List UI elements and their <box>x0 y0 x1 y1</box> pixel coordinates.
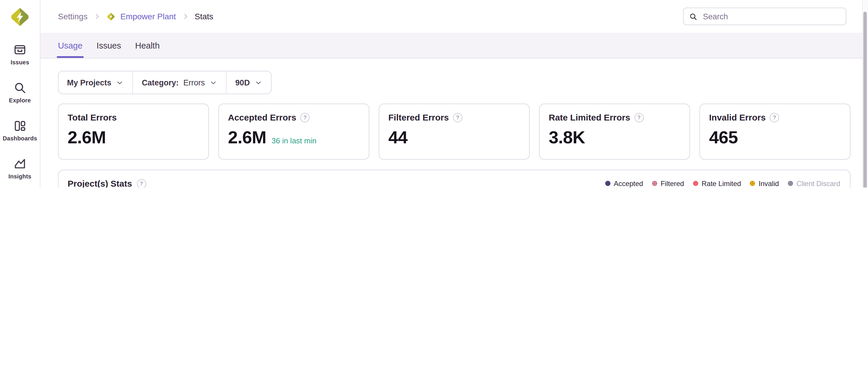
main-area: Settings Empower Plant Stats Usage <box>40 0 868 187</box>
legend-dot <box>750 181 755 186</box>
tab-usage[interactable]: Usage <box>58 33 83 58</box>
help-circle-icon[interactable]: ? <box>300 113 310 122</box>
help-circle-icon[interactable]: ? <box>453 113 462 122</box>
card-value: 44 <box>389 128 408 148</box>
card-value: 465 <box>709 128 738 148</box>
app-root: Issues Explore Dashboards Insights <box>0 0 868 187</box>
sidebar-item-explore[interactable]: Explore <box>9 81 31 103</box>
chart-header: Project(s) Stats ? AcceptedFilteredRate … <box>68 179 840 187</box>
stat-card-total-errors: Total Errors 2.6M <box>58 103 209 160</box>
legend-label: Invalid <box>758 179 779 187</box>
project-avatar-icon <box>106 12 115 21</box>
breadcrumb-settings[interactable]: Settings <box>58 12 88 21</box>
scrollbar-thumb[interactable] <box>863 12 867 187</box>
period-selector[interactable]: 90D <box>226 71 271 94</box>
issues-icon <box>13 43 26 56</box>
card-value: 2.6M <box>68 128 106 148</box>
sidebar: Issues Explore Dashboards Insights <box>0 0 40 187</box>
category-label: Category: <box>142 78 179 87</box>
period-value: 90D <box>235 78 250 87</box>
card-note: 36 in last min <box>272 136 316 145</box>
project-selector[interactable]: My Projects <box>58 71 132 94</box>
breadcrumb-page: Stats <box>195 12 213 21</box>
sidebar-item-label: Explore <box>9 97 31 103</box>
card-title: Invalid Errors <box>709 112 766 122</box>
card-value: 3.8K <box>549 128 585 148</box>
help-circle-icon[interactable]: ? <box>634 113 644 122</box>
card-title: Rate Limited Errors <box>549 112 630 122</box>
global-search[interactable] <box>683 8 846 25</box>
tab-health[interactable]: Health <box>135 33 160 58</box>
chevron-right-icon <box>181 12 189 21</box>
chevron-down-icon <box>255 79 262 86</box>
org-logo-icon <box>9 6 30 28</box>
chevron-down-icon <box>116 79 124 86</box>
page-header: Settings Empower Plant Stats <box>40 0 868 33</box>
explore-icon <box>13 81 26 94</box>
help-circle-icon[interactable]: ? <box>137 179 146 187</box>
legend-dot <box>652 181 657 186</box>
page-scrollbar[interactable] <box>862 0 868 187</box>
legend-item-rate-limited[interactable]: Rate Limited <box>693 179 741 187</box>
stat-cards: Total Errors 2.6M Accepted Errors? 2.6M3… <box>58 103 850 160</box>
legend-dot <box>605 181 610 186</box>
legend-item-invalid[interactable]: Invalid <box>750 179 779 187</box>
tab-strip: Usage Issues Health <box>40 33 868 59</box>
sidebar-item-label: Dashboards <box>3 135 37 142</box>
legend-label: Client Discard <box>797 179 840 187</box>
legend-item-filtered[interactable]: Filtered <box>652 179 684 187</box>
chevron-down-icon <box>210 79 217 86</box>
insights-icon <box>13 157 26 170</box>
legend-dot <box>693 181 698 186</box>
chevron-right-icon <box>93 12 101 21</box>
project-selector-label: My Projects <box>67 78 112 87</box>
chart-title: Project(s) Stats <box>68 179 132 187</box>
search-icon <box>689 12 698 21</box>
tab-issues[interactable]: Issues <box>97 33 121 58</box>
chart-legend: AcceptedFilteredRate LimitedInvalidClien… <box>605 179 840 187</box>
filter-bar: My Projects Category: Errors 90D <box>58 71 272 94</box>
legend-item-accepted[interactable]: Accepted <box>605 179 643 187</box>
search-input[interactable] <box>702 11 840 21</box>
stat-card-rate-limited-errors: Rate Limited Errors? 3.8K <box>539 103 690 160</box>
legend-label: Filtered <box>660 179 684 187</box>
card-title: Total Errors <box>68 112 117 122</box>
breadcrumb-project[interactable]: Empower Plant <box>120 12 176 21</box>
stat-card-filtered-errors: Filtered Errors? 44 <box>378 103 529 160</box>
help-circle-icon[interactable]: ? <box>770 113 779 122</box>
legend-item-client-discard[interactable]: Client Discard <box>788 179 840 187</box>
card-value: 2.6M <box>228 128 266 148</box>
project-stats-panel: Project(s) Stats ? AcceptedFilteredRate … <box>58 170 850 187</box>
card-title: Filtered Errors <box>389 112 449 122</box>
sidebar-item-issues[interactable]: Issues <box>10 43 29 65</box>
legend-label: Rate Limited <box>702 179 741 187</box>
content: My Projects Category: Errors 90D Total E… <box>40 59 868 187</box>
category-selector[interactable]: Category: Errors <box>132 71 226 94</box>
stat-card-invalid-errors: Invalid Errors? 465 <box>699 103 850 160</box>
sidebar-item-label: Insights <box>8 173 31 180</box>
breadcrumb: Settings Empower Plant Stats <box>58 12 213 21</box>
legend-label: Accepted <box>614 179 643 187</box>
org-logo[interactable] <box>9 6 30 28</box>
category-value: Errors <box>184 78 205 87</box>
dashboards-icon <box>13 119 26 132</box>
sidebar-item-label: Issues <box>10 59 29 65</box>
legend-dot <box>788 181 793 186</box>
card-title: Accepted Errors <box>228 112 296 122</box>
stat-card-accepted-errors: Accepted Errors? 2.6M36 in last min <box>218 103 369 160</box>
sidebar-item-dashboards[interactable]: Dashboards <box>3 119 37 142</box>
sidebar-item-insights[interactable]: Insights <box>8 157 31 180</box>
